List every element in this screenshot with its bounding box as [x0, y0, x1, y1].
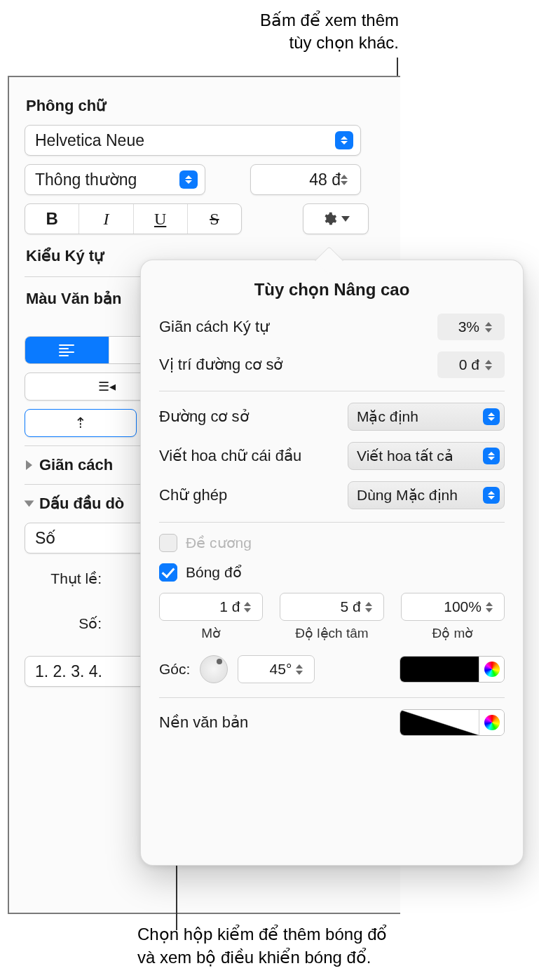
baseline-row: Đường cơ sở Mặc định — [159, 403, 505, 431]
stepper-icon — [485, 354, 499, 375]
color-swatch — [400, 710, 479, 735]
text-bg-row: Nền văn bản — [159, 709, 505, 736]
shadow-color-well[interactable] — [400, 656, 505, 683]
updown-icon — [179, 170, 198, 189]
baseline-pos-stepper[interactable]: 0 đ — [437, 351, 505, 378]
angle-value: 45° — [270, 661, 292, 678]
popover-title: Tùy chọn Nâng cao — [159, 280, 505, 300]
blur-stepper[interactable]: 1 đ — [159, 593, 263, 621]
ligature-row: Chữ ghép Dùng Mặc định — [159, 481, 505, 509]
shadow-checkbox[interactable] — [159, 563, 177, 582]
baseline-pos-row: Vị trí đường cơ sở 0 đ — [159, 351, 505, 378]
baseline-dropdown[interactable]: Mặc định — [348, 403, 505, 431]
baseline-value: Mặc định — [357, 408, 418, 425]
ligature-label: Chữ ghép — [159, 486, 227, 504]
ligature-dropdown[interactable]: Dùng Mặc định — [348, 481, 505, 509]
offset-stepper[interactable]: 5 đ — [280, 593, 383, 621]
font-family-value: Helvetica Neue — [35, 131, 144, 150]
char-spacing-row: Giãn cách Ký tự 3% — [159, 314, 505, 340]
number-label: Số: — [25, 615, 102, 632]
updown-icon — [483, 487, 500, 504]
offset-label: Độ lệch tâm — [295, 625, 368, 641]
divider — [159, 391, 505, 391]
char-spacing-label: Giãn cách Ký tự — [159, 318, 269, 336]
updown-icon — [335, 131, 353, 149]
vertical-align-button[interactable]: ⇡ — [25, 409, 137, 437]
callout-line — [397, 58, 398, 76]
font-section-title: Phông chữ — [26, 97, 383, 115]
callout-top: Bấm để xem thêm tùy chọn khác. — [260, 9, 399, 55]
outline-checkbox[interactable] — [159, 534, 177, 552]
char-spacing-stepper[interactable]: 3% — [437, 314, 505, 340]
font-style-value: Thông thường — [35, 170, 137, 189]
angle-dial[interactable] — [200, 655, 228, 683]
opacity-value: 100% — [444, 598, 482, 615]
color-wheel-icon — [484, 662, 500, 677]
baseline-label: Đường cơ sở — [159, 408, 249, 426]
blur-value: 1 đ — [219, 598, 240, 615]
updown-icon — [483, 408, 500, 425]
caps-value: Viết hoa tất cả — [357, 448, 453, 464]
underline-button[interactable]: U — [134, 204, 188, 234]
stepper-icon — [244, 596, 258, 617]
bullets-label: Dấu đầu dò — [39, 495, 124, 513]
indent-label: Thụt lề: — [25, 570, 102, 587]
divider — [159, 697, 505, 698]
advanced-options-popover: Tùy chọn Nâng cao Giãn cách Ký tự 3% Vị … — [140, 260, 524, 866]
updown-icon — [483, 448, 500, 464]
stepper-icon — [365, 596, 379, 617]
font-family-dropdown[interactable]: Helvetica Neue — [25, 125, 361, 156]
chevron-right-icon — [26, 460, 32, 470]
font-size-value: 48 đ — [309, 170, 341, 189]
shadow-label: Bóng đổ — [186, 564, 242, 581]
align-top-icon: ⇡ — [74, 415, 87, 431]
stepper-icon — [485, 316, 499, 337]
baseline-pos-label: Vị trí đường cơ sở — [159, 356, 282, 374]
opacity-stepper[interactable]: 100% — [401, 593, 505, 621]
char-spacing-value: 3% — [458, 318, 479, 335]
divider — [159, 522, 505, 523]
offset-value: 5 đ — [340, 598, 360, 615]
callout-bottom: Chọn hộp kiểm để thêm bóng đổ và xem bộ … — [137, 923, 388, 969]
strike-button[interactable]: S — [188, 204, 241, 234]
angle-stepper[interactable]: 45° — [238, 655, 315, 683]
color-picker-button[interactable] — [479, 657, 504, 682]
spacing-label: Giãn cách — [39, 456, 113, 474]
bold-button[interactable]: B — [25, 204, 79, 234]
baseline-pos-value: 0 đ — [459, 356, 479, 373]
align-left-button[interactable] — [25, 337, 109, 363]
color-picker-button[interactable] — [479, 710, 504, 735]
stepper-icon — [486, 596, 500, 617]
caps-row: Viết hoa chữ cái đầu Viết hoa tất cả — [159, 442, 505, 470]
outline-checkbox-row: Đề cương — [159, 534, 505, 552]
font-style-dropdown[interactable]: Thông thường — [25, 164, 205, 195]
outline-label: Đề cương — [186, 535, 252, 551]
stepper-icon — [341, 169, 355, 190]
gear-icon — [322, 211, 337, 227]
text-bg-color-well[interactable] — [400, 709, 505, 736]
angle-label: Góc: — [159, 661, 190, 678]
align-left-icon — [59, 344, 74, 356]
blur-label: Mờ — [201, 625, 221, 641]
advanced-options-button[interactable] — [303, 203, 369, 234]
text-style-group: B I U S — [25, 203, 242, 234]
stepper-icon — [296, 659, 310, 680]
opacity-label: Độ mờ — [432, 625, 473, 641]
font-size-stepper[interactable]: 48 đ — [250, 164, 361, 195]
caps-dropdown[interactable]: Viết hoa tất cả — [348, 442, 505, 470]
caps-label: Viết hoa chữ cái đầu — [159, 447, 301, 465]
shadow-checkbox-row: Bóng đổ — [159, 563, 505, 582]
color-swatch — [400, 657, 479, 682]
bullet-type-value: Số — [35, 529, 55, 548]
italic-button[interactable]: I — [79, 204, 133, 234]
indent-icon: ☰◂ — [98, 379, 116, 394]
chevron-down-icon — [341, 216, 350, 222]
ligature-value: Dùng Mặc định — [357, 487, 458, 504]
number-format-value: 1. 2. 3. 4. — [35, 662, 102, 681]
text-bg-label: Nền văn bản — [159, 713, 248, 732]
color-wheel-icon — [484, 715, 500, 730]
chevron-down-icon — [25, 501, 34, 507]
